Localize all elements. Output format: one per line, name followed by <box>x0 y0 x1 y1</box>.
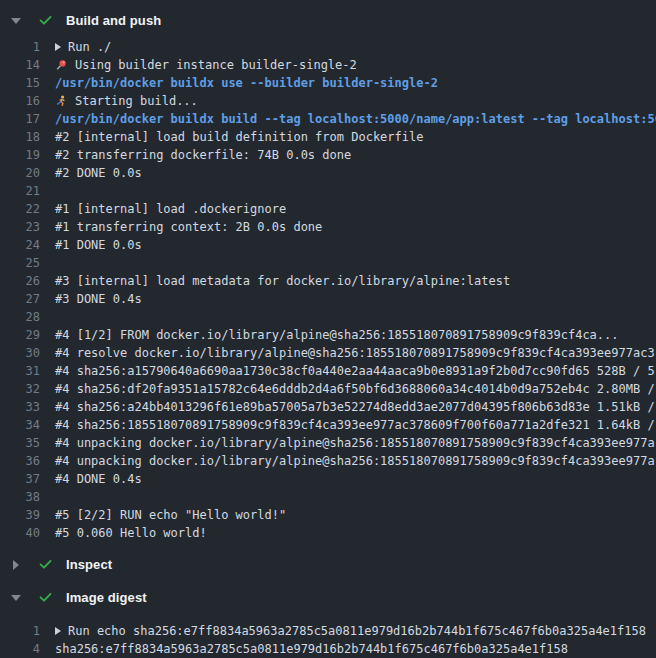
log-line: 21 <box>0 182 656 200</box>
line-text: /usr/bin/docker buildx use --builder bui… <box>55 76 438 90</box>
line-number[interactable]: 29 <box>0 328 40 342</box>
line-number[interactable]: 40 <box>0 526 40 540</box>
log-line: 25 <box>0 254 656 272</box>
line-text: #4 unpacking docker.io/library/alpine@sh… <box>55 436 655 450</box>
log-line: 37 #4 DONE 0.4s <box>0 470 656 488</box>
line-text: #2 transferring dockerfile: 74B 0.0s don… <box>55 148 351 162</box>
log-line: 30 #4 resolve docker.io/library/alpine@s… <box>0 344 656 362</box>
line-text: #4 sha256:df20fa9351a15782c64e6dddb2d4a6… <box>55 382 655 396</box>
line-number[interactable]: 17 <box>0 112 40 126</box>
workflow-log-viewer: Build and push 1 Run ./ 14 Using builder… <box>0 0 656 658</box>
line-number[interactable]: 36 <box>0 454 40 468</box>
log-line: 38 <box>0 488 656 506</box>
log-line: 17 /usr/bin/docker buildx build --tag lo… <box>0 110 656 128</box>
log-line: 22 #1 [internal] load .dockerignore <box>0 200 656 218</box>
section-caret-icon[interactable] <box>11 18 21 24</box>
line-text: #4 [1/2] FROM docker.io/library/alpine@s… <box>55 328 619 342</box>
line-number[interactable]: 18 <box>0 130 40 144</box>
line-number[interactable]: 39 <box>0 508 40 522</box>
line-text: #3 [internal] load metadata for docker.i… <box>55 274 510 288</box>
section-header[interactable]: Inspect <box>0 554 656 575</box>
log-line: 40 #5 0.060 Hello world! <box>0 524 656 542</box>
success-check-icon <box>37 557 53 573</box>
line-number[interactable]: 24 <box>0 238 40 252</box>
log-line: 26 #3 [internal] load metadata for docke… <box>0 272 656 290</box>
line-number[interactable]: 21 <box>0 184 40 198</box>
line-number[interactable]: 1 <box>0 624 40 638</box>
section-header[interactable]: Image digest <box>0 587 656 608</box>
line-text: #1 transferring context: 2B 0.0s done <box>55 220 322 234</box>
line-number[interactable]: 32 <box>0 382 40 396</box>
line-number[interactable]: 23 <box>0 220 40 234</box>
line-text: Run echo sha256:e7ff8834a5963a2785c5a081… <box>68 624 646 638</box>
line-number[interactable]: 25 <box>0 256 40 270</box>
line-number[interactable]: 35 <box>0 436 40 450</box>
line-number[interactable]: 22 <box>0 202 40 216</box>
line-number[interactable]: 14 <box>0 58 40 72</box>
log-line: 18 #2 [internal] load build definition f… <box>0 128 656 146</box>
section-caret-icon[interactable] <box>13 560 19 570</box>
log-line: 36 #4 unpacking docker.io/library/alpine… <box>0 452 656 470</box>
log-line: 28 <box>0 308 656 326</box>
log-line: 20 #2 DONE 0.0s <box>0 164 656 182</box>
group-expand-icon[interactable] <box>55 43 61 51</box>
line-number[interactable]: 15 <box>0 76 40 90</box>
line-text: Using builder instance builder-single-2 <box>75 58 357 72</box>
log-line: 29 #4 [1/2] FROM docker.io/library/alpin… <box>0 326 656 344</box>
line-text: #4 sha256:a24bb4013296f61e89ba57005a7b3e… <box>55 400 655 414</box>
line-number[interactable]: 16 <box>0 94 40 108</box>
runner-icon <box>55 95 67 107</box>
log-line: 39 #5 [2/2] RUN echo "Hello world!" <box>0 506 656 524</box>
line-text: #2 DONE 0.0s <box>55 166 142 180</box>
line-number[interactable]: 28 <box>0 310 40 324</box>
log-line: 24 #1 DONE 0.0s <box>0 236 656 254</box>
log-line: 1 Run ./ <box>0 38 656 56</box>
line-number[interactable]: 4 <box>0 642 40 656</box>
line-number[interactable]: 20 <box>0 166 40 180</box>
line-number[interactable]: 33 <box>0 400 40 414</box>
section-caret-icon[interactable] <box>11 595 21 601</box>
log-line: 27 #3 DONE 0.4s <box>0 290 656 308</box>
log-section-build-and-push: Build and push 1 Run ./ 14 Using builder… <box>0 10 656 542</box>
line-text: Run ./ <box>68 40 111 54</box>
section-title: Inspect <box>66 557 112 572</box>
line-text: #1 [internal] load .dockerignore <box>55 202 286 216</box>
line-text: #2 [internal] load build definition from… <box>55 130 423 144</box>
line-text: #3 DONE 0.4s <box>55 292 142 306</box>
section-title: Image digest <box>66 590 147 605</box>
line-number[interactable]: 19 <box>0 148 40 162</box>
line-text: sha256:e7ff8834a5963a2785c5a0811e979d16b… <box>55 642 568 656</box>
line-text: #5 [2/2] RUN echo "Hello world!" <box>55 508 286 522</box>
log-line: 33 #4 sha256:a24bb4013296f61e89ba57005a7… <box>0 398 656 416</box>
line-number[interactable]: 37 <box>0 472 40 486</box>
log-line: 15 /usr/bin/docker buildx use --builder … <box>0 74 656 92</box>
log-line: 4 sha256:e7ff8834a5963a2785c5a0811e979d1… <box>0 640 656 658</box>
line-text: #4 sha256:a15790640a6690aa1730c38cf0a440… <box>55 364 655 378</box>
success-check-icon <box>37 13 53 29</box>
log-line: 19 #2 transferring dockerfile: 74B 0.0s … <box>0 146 656 164</box>
line-text: /usr/bin/docker buildx build --tag local… <box>55 112 656 126</box>
line-text: #4 unpacking docker.io/library/alpine@sh… <box>55 454 655 468</box>
line-text: #4 resolve docker.io/library/alpine@sha2… <box>55 346 655 360</box>
line-number[interactable]: 26 <box>0 274 40 288</box>
log-line: 23 #1 transferring context: 2B 0.0s done <box>0 218 656 236</box>
line-number[interactable]: 1 <box>0 40 40 54</box>
line-text: #4 DONE 0.4s <box>55 472 142 486</box>
log-line: 1 Run echo sha256:e7ff8834a5963a2785c5a0… <box>0 622 656 640</box>
line-text: #4 sha256:185518070891758909c9f839cf4ca3… <box>55 418 655 432</box>
group-expand-icon[interactable] <box>55 627 61 635</box>
log-line: 35 #4 unpacking docker.io/library/alpine… <box>0 434 656 452</box>
pushpin-icon <box>55 59 67 71</box>
line-number[interactable]: 27 <box>0 292 40 306</box>
section-title: Build and push <box>66 13 161 28</box>
log-line: 16 Starting build... <box>0 92 656 110</box>
line-number[interactable]: 31 <box>0 364 40 378</box>
line-number[interactable]: 30 <box>0 346 40 360</box>
line-number[interactable]: 38 <box>0 490 40 504</box>
log-line: 14 Using builder instance builder-single… <box>0 56 656 74</box>
line-number[interactable]: 34 <box>0 418 40 432</box>
log-line: 34 #4 sha256:185518070891758909c9f839cf4… <box>0 416 656 434</box>
log-lines: 1 Run echo sha256:e7ff8834a5963a2785c5a0… <box>0 622 656 658</box>
section-header[interactable]: Build and push <box>0 10 656 31</box>
line-text: Starting build... <box>75 94 198 108</box>
